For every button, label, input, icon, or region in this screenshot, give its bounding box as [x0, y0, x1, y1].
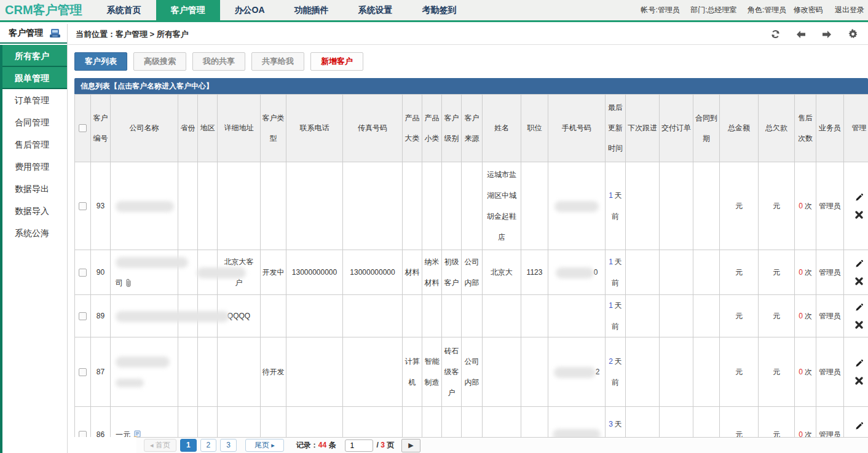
menu-item-plugins[interactable]: 功能插件	[280, 0, 344, 20]
col-manage: 管理	[844, 95, 868, 162]
row-checkbox[interactable]	[79, 269, 87, 277]
cell-mobile: 0	[548, 250, 606, 295]
sidebar-item-orders[interactable]: 订单管理	[2, 89, 67, 111]
cell-customer-source: 公司内部	[462, 337, 483, 407]
last-page-button[interactable]: 尾页 ▸	[245, 439, 284, 452]
sidebar-item-expenses[interactable]: 费用管理	[2, 156, 67, 178]
cell-mobile	[548, 162, 606, 250]
sidebar-item-follow-up[interactable]: 跟单管理	[2, 67, 67, 89]
cell-total-debt: 元	[759, 162, 795, 250]
cell-total-debt: 元	[759, 250, 795, 295]
col-address: 详细地址	[218, 95, 261, 162]
cell-product-major: 材料	[403, 250, 422, 295]
redacted-mobile	[554, 367, 596, 378]
table-row: 89 QQQQ 1天前 元 元 0次 管理员	[75, 295, 868, 337]
header-select-all	[75, 95, 91, 162]
col-total-debt: 总欠款	[759, 95, 795, 162]
refresh-icon[interactable]	[770, 29, 781, 40]
col-aftersales: 售后次数	[795, 95, 816, 162]
cell-customer-level: 砖石级客户	[442, 337, 462, 407]
next-page-button[interactable]: ▶	[401, 439, 420, 452]
cell-salesman: 管理员	[816, 295, 844, 337]
topbar: CRM客户管理 系统首页 客户管理 办公OA 功能插件 系统设置 考勤签到 帐号…	[0, 0, 868, 22]
cell-manage	[844, 337, 868, 407]
table-header-row: 客户编号 公司名称 省份 地区 详细地址 客户类型 联系电话 传真号码 产品大类…	[75, 95, 868, 162]
select-all-checkbox[interactable]	[79, 124, 87, 132]
delete-x-icon[interactable]	[855, 277, 863, 285]
cell-customer-id: 87	[91, 337, 111, 407]
page-button-2[interactable]: 2	[200, 439, 217, 452]
page-button-1[interactable]: 1	[180, 439, 197, 452]
page-number-input[interactable]	[345, 439, 373, 452]
col-deliver-order: 交付订单	[660, 95, 693, 162]
paperclip-icon[interactable]	[125, 278, 132, 288]
sidebar-item-data-import[interactable]: 数据导入	[2, 200, 67, 222]
change-password-link[interactable]: 修改密码	[794, 6, 823, 14]
row-checkbox[interactable]	[79, 431, 87, 437]
redacted-company-name	[116, 356, 170, 368]
col-customer-id: 客户编号	[91, 95, 111, 162]
delete-x-icon[interactable]	[855, 211, 863, 219]
cell-company[interactable]	[111, 162, 178, 250]
cell-last-update: 3天前	[606, 407, 626, 438]
page-button-3[interactable]: 3	[220, 439, 237, 452]
cell-total-amount: 元	[720, 337, 759, 407]
row-checkbox[interactable]	[79, 202, 87, 210]
row-checkbox[interactable]	[79, 312, 87, 320]
pagination-bar: ◂ 首页 1 2 3 尾页 ▸ 记录：44 条 / 3 页 ▶	[136, 437, 868, 453]
first-page-button[interactable]: ◂ 首页	[144, 439, 176, 452]
page-total: / 3 页	[377, 440, 395, 451]
customer-list-tab-button[interactable]: 客户列表	[74, 52, 127, 71]
menu-item-attendance[interactable]: 考勤签到	[408, 0, 471, 20]
edit-pencil-icon[interactable]	[854, 359, 864, 368]
cell-product-major: 计算机	[403, 337, 422, 407]
sidebar-item-contracts[interactable]: 合同管理	[2, 111, 67, 133]
breadcrumb-bar: 当前位置：客户管理 > 所有客户	[68, 24, 868, 45]
edit-pencil-icon[interactable]	[854, 422, 864, 431]
back-arrow-icon[interactable]	[795, 29, 807, 40]
advanced-search-button[interactable]: 高级搜索	[133, 52, 186, 71]
cell-mobile	[548, 407, 606, 438]
delete-x-icon[interactable]	[855, 377, 863, 385]
cell-manage	[844, 295, 868, 337]
cell-contact-name: 北京大	[483, 250, 521, 295]
cell-customer-type: 待开发	[261, 337, 286, 407]
sidebar: 客户管理 所有客户 跟单管理 订单管理 合同管理 售后管理 费用管理 数据导出 …	[0, 24, 68, 453]
cell-company[interactable]	[111, 337, 178, 407]
account-label: 帐号:管理员	[641, 6, 680, 14]
edit-pencil-icon[interactable]	[854, 303, 864, 312]
cell-aftersales: 0次	[795, 250, 816, 295]
menu-item-oa[interactable]: 办公OA	[220, 0, 280, 20]
edit-pencil-icon[interactable]	[854, 259, 864, 269]
cell-total-debt: 元	[759, 337, 795, 407]
row-checkbox[interactable]	[79, 368, 87, 376]
breadcrumb: 当前位置：客户管理 > 所有客户	[76, 29, 189, 40]
sidebar-item-data-export[interactable]: 数据导出	[2, 178, 67, 200]
cell-company[interactable]	[111, 295, 178, 337]
my-share-button[interactable]: 我的共享	[192, 52, 245, 71]
redacted-province-region	[197, 267, 246, 278]
cell-company[interactable]: 一元	[111, 407, 178, 438]
menu-item-home[interactable]: 系统首页	[92, 0, 156, 20]
forward-arrow-icon[interactable]	[821, 29, 832, 40]
logout-link[interactable]: 退出登录	[835, 6, 864, 14]
menu-item-settings[interactable]: 系统设置	[344, 0, 408, 20]
delete-x-icon[interactable]	[855, 321, 863, 329]
col-customer-source: 客户来源	[462, 95, 483, 162]
add-customer-button[interactable]: 新增客户	[310, 52, 363, 71]
list-content: 信息列表【点击客户名称进入客户中心】 客户编号 公司名称 省份 地区 详细地址 …	[74, 78, 868, 437]
sidebar-item-aftersales[interactable]: 售后管理	[2, 133, 67, 156]
col-next-follow: 下次跟进	[626, 95, 660, 162]
cell-total-debt: 元	[759, 295, 795, 337]
cell-last-update: 1天前	[606, 295, 626, 337]
shared-to-me-button[interactable]: 共享给我	[251, 52, 304, 71]
cell-salesman: 管理员	[816, 162, 844, 250]
cell-company[interactable]: 司	[111, 250, 178, 295]
cell-aftersales: 0次	[795, 162, 816, 250]
edit-pencil-icon[interactable]	[854, 193, 864, 202]
settings-gear-icon[interactable]	[847, 29, 858, 40]
sidebar-item-all-customers[interactable]: 所有客户	[2, 45, 67, 67]
sidebar-item-public-pool[interactable]: 系统公海	[2, 222, 67, 244]
col-total-amount: 总金额	[720, 95, 759, 162]
menu-item-customers[interactable]: 客户管理	[156, 0, 220, 20]
